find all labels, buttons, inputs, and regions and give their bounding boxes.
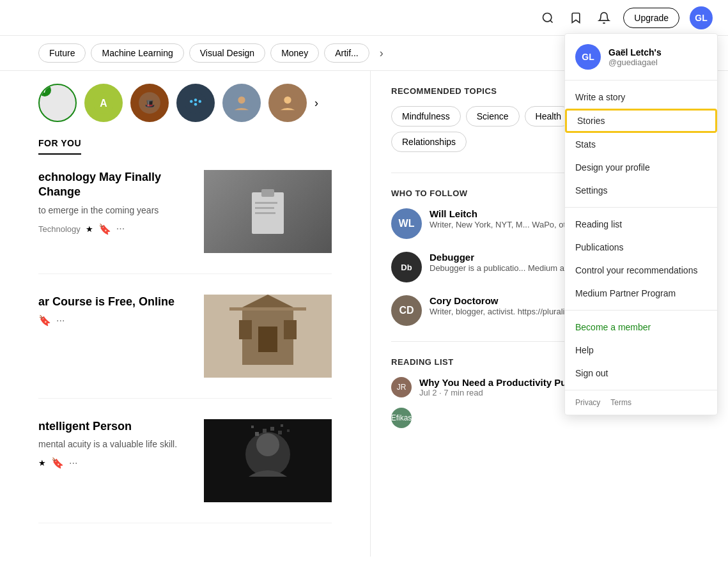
story-circle-3[interactable] <box>176 84 215 122</box>
article-image-2 <box>204 419 332 502</box>
bookmark-article-1[interactable]: 🔖 <box>38 314 51 327</box>
dropdown-design-profile[interactable]: Design your profile <box>565 156 717 179</box>
notification-button[interactable] <box>595 9 613 27</box>
follow-avatar-2: CD <box>391 295 422 326</box>
article-title-2[interactable]: ntelligent Person <box>38 419 189 434</box>
svg-point-9 <box>199 100 202 104</box>
article-actions-1: 🔖 ··· <box>38 314 65 327</box>
reading-text-0: Why You Need a Productivity Purge Jul 2 … <box>419 377 582 397</box>
dropdown-sign-out[interactable]: Sign out <box>565 362 717 385</box>
svg-point-8 <box>194 98 197 102</box>
more-options-0[interactable]: ··· <box>116 223 125 235</box>
svg-rect-16 <box>261 189 274 197</box>
article-meta-0: Technology ★ 🔖 ··· <box>38 223 189 235</box>
article-image-1 <box>204 295 332 378</box>
svg-rect-31 <box>263 429 267 433</box>
star-icon-0: ★ <box>86 224 93 234</box>
svg-point-7 <box>190 100 193 104</box>
article-subtitle-0: to emerge in the coming years <box>38 205 189 215</box>
dropdown-stories[interactable]: Stories <box>565 109 717 133</box>
stories-next-button[interactable]: › <box>314 96 318 110</box>
svg-rect-30 <box>255 432 259 436</box>
svg-rect-17 <box>255 202 277 204</box>
article-title-1[interactable]: ar Course is Free, Online <box>38 295 189 309</box>
left-panel: 7 A 🎩 › <box>0 71 371 557</box>
story-circle-2[interactable]: 🎩 <box>130 84 169 122</box>
reading-meta-0: Jul 2 · 7 min read <box>419 388 582 397</box>
svg-point-0 <box>543 13 552 21</box>
svg-rect-34 <box>251 426 254 428</box>
svg-rect-18 <box>255 207 274 209</box>
svg-point-10 <box>194 103 197 106</box>
dropdown-section-3: Become a member Help Sign out <box>565 311 717 390</box>
svg-text:A: A <box>100 98 107 109</box>
topic-future[interactable]: Future <box>38 43 86 63</box>
svg-rect-24 <box>239 320 252 339</box>
for-you-label: FOR YOU <box>38 138 81 155</box>
stories-badge: 7 <box>38 84 51 96</box>
article-subtitle-2: mental acuity is a valuable life skill. <box>38 439 189 449</box>
search-button[interactable] <box>539 9 557 27</box>
reading-time-0: 7 min read <box>444 388 483 397</box>
svg-rect-23 <box>258 327 277 352</box>
dropdown-write-story[interactable]: Write a story <box>565 86 717 109</box>
story-circle-4[interactable] <box>222 84 261 122</box>
dropdown-terms-link[interactable]: Terms <box>610 398 631 407</box>
story-circle-0[interactable]: 7 <box>38 84 77 122</box>
reading-avatar-1: Efikas <box>391 408 412 428</box>
dropdown-settings[interactable]: Settings <box>565 179 717 202</box>
more-options-1[interactable]: ··· <box>56 314 65 327</box>
svg-point-29 <box>256 433 279 456</box>
upgrade-button[interactable]: Upgrade <box>623 8 679 28</box>
dropdown-footer: Privacy Terms <box>565 390 717 415</box>
article-actions-2: 🔖 ··· <box>51 457 77 469</box>
svg-point-14 <box>284 96 291 104</box>
reading-title-0[interactable]: Why You Need a Productivity Purge <box>419 377 582 388</box>
rec-topic-science[interactable]: Science <box>466 106 520 127</box>
avatar[interactable]: GL <box>690 6 713 29</box>
more-options-2[interactable]: ··· <box>69 457 77 469</box>
topic-ml[interactable]: Machine Learning <box>91 43 183 63</box>
dropdown-reading-list[interactable]: Reading list <box>565 213 717 236</box>
dropdown-partner-program[interactable]: Medium Partner Program <box>565 282 717 305</box>
rec-topic-mindfulness[interactable]: Mindfulness <box>391 106 461 127</box>
bookmark-button[interactable] <box>567 9 585 27</box>
article-meta-1: 🔖 ··· <box>38 314 189 327</box>
dropdown-become-member[interactable]: Become a member <box>565 316 717 339</box>
reading-avatar-0: JR <box>391 377 412 397</box>
reading-date-0: Jul 2 <box>419 388 437 397</box>
svg-rect-25 <box>284 320 297 339</box>
story-circle-5[interactable] <box>268 84 307 122</box>
bookmark-article-2[interactable]: 🔖 <box>51 457 64 469</box>
bookmark-article-0[interactable]: 🔖 <box>98 223 111 235</box>
dropdown-privacy-link[interactable]: Privacy <box>575 398 600 407</box>
header-actions: Upgrade GL <box>539 6 713 29</box>
article-item-0: echnology May Finally Change to emerge i… <box>38 170 332 274</box>
dropdown-section-2: Reading list Publications Control your r… <box>565 208 717 311</box>
dropdown-section-1: Write a story Stories Stats Design your … <box>565 81 717 208</box>
dropdown-stories-wrapper: Stories <box>565 109 717 133</box>
dropdown-publications[interactable]: Publications <box>565 236 717 259</box>
topic-artif[interactable]: Artif... <box>324 43 369 63</box>
dropdown-stats[interactable]: Stats <box>565 133 717 156</box>
svg-rect-32 <box>270 427 274 431</box>
follow-avatar-1: Db <box>391 252 422 282</box>
svg-rect-36 <box>287 429 290 432</box>
svg-rect-26 <box>229 307 306 311</box>
dropdown-username: Gaël Letch's <box>608 47 662 58</box>
dropdown-handle: @guediagael <box>608 58 662 67</box>
story-circle-1[interactable]: A <box>84 84 123 122</box>
dropdown-control-recommendations[interactable]: Control your recommendations <box>565 259 717 282</box>
topic-money[interactable]: Money <box>270 43 319 63</box>
rec-topic-relationships[interactable]: Relationships <box>391 132 467 152</box>
svg-line-1 <box>550 20 553 22</box>
svg-point-12 <box>238 96 245 104</box>
topic-visual-design[interactable]: Visual Design <box>189 43 265 63</box>
topics-next-arrow[interactable]: › <box>375 47 389 60</box>
follow-avatar-0: WL <box>391 208 422 239</box>
svg-text:🎩: 🎩 <box>144 98 155 109</box>
article-image-0 <box>204 170 332 253</box>
dropdown-help[interactable]: Help <box>565 339 717 362</box>
article-title-0[interactable]: echnology May Finally Change <box>38 170 189 200</box>
dropdown-avatar: GL <box>575 44 601 70</box>
